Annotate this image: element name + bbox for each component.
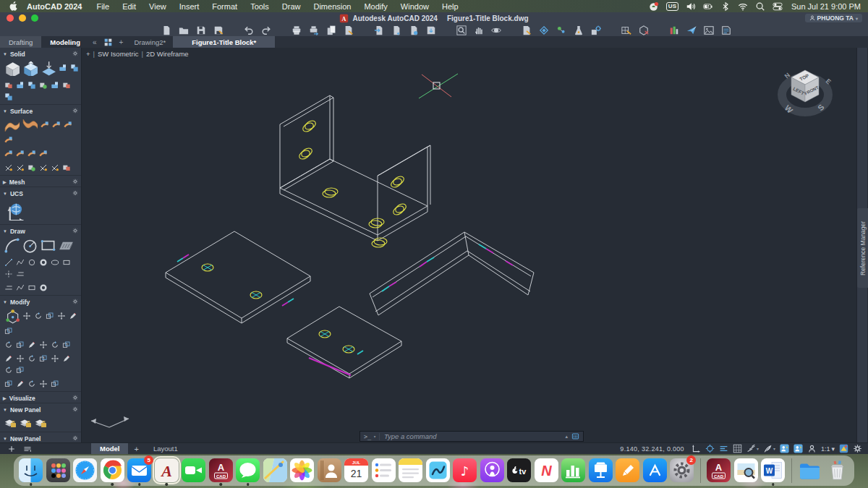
revision-cloud-tool[interactable] [38,283,48,292]
command-input[interactable]: Type a command [380,432,562,440]
pan-button[interactable] [473,25,485,36]
copy-button[interactable] [326,25,337,36]
cv-add-tool[interactable] [61,163,71,172]
menu-item-insert[interactable]: Insert [173,2,206,11]
ucs-world-tool[interactable] [4,200,25,221]
panel-gear-icon[interactable] [72,435,78,442]
menu-item-autocad-2024[interactable]: AutoCAD 2024 [20,2,90,11]
zoom-window-button[interactable] [31,14,38,22]
move-tool[interactable] [56,312,66,321]
bluetooth-icon[interactable] [718,1,733,12]
palette-section-header[interactable]: ▼Modify [0,297,81,307]
collapse-tabs-icon[interactable]: « [89,36,101,48]
dynamic-input-icon[interactable] [719,444,728,453]
cv-hide-tool[interactable] [38,163,48,172]
dock-app-maps[interactable] [263,458,287,484]
annotation-visibility-icon[interactable] [780,444,789,453]
volume-icon[interactable] [683,1,699,12]
fillet-surface-tool[interactable] [4,135,13,145]
minimize-window-button[interactable] [19,14,26,22]
rectangle-2-tool[interactable] [61,257,71,267]
sweep-tool[interactable] [69,64,79,73]
chamfer-tool[interactable] [38,340,48,349]
view-cube[interactable]: N E S W TOP LEFT FRONT [775,61,836,124]
panel-gear-icon[interactable] [72,406,78,414]
object-snap-icon[interactable] [705,444,715,453]
panel-gear-icon[interactable] [72,228,78,235]
workspace-tab-modeling[interactable]: Modeling [41,36,89,48]
ellipse-tool[interactable] [50,257,59,267]
purge-button[interactable] [638,25,650,36]
dock-app-word[interactable]: W [761,458,785,484]
menu-clock[interactable]: Sun Jul 21 9:00 PM [791,2,861,11]
share-button[interactable] [686,25,697,36]
new-drawing-tab-button[interactable]: + [116,36,127,48]
command-history-icon[interactable]: ▴ [561,434,571,440]
menu-item-format[interactable]: Format [205,2,244,11]
circle-2p-tool[interactable] [27,257,36,267]
network-surface-tool[interactable] [4,117,20,133]
cv-show-tool[interactable] [27,163,36,172]
solid-check-tool[interactable] [4,92,13,101]
file-tab[interactable]: Figure1-Title Block* [173,36,275,48]
dock-app-notes[interactable] [399,458,422,484]
polyline-tool[interactable] [15,257,25,267]
presspull-tool[interactable] [40,60,56,76]
dock-app-appstore[interactable] [643,458,667,484]
dock-app-numbers[interactable] [561,458,585,484]
blend-tool[interactable] [40,121,49,130]
palette-section-header[interactable]: ▼Surface [0,106,81,116]
ray-tool[interactable] [4,283,13,292]
battery-icon[interactable] [700,1,716,12]
donut-tool[interactable] [38,257,48,267]
palette-section-header[interactable]: ▶Mesh [0,177,81,187]
menu-item-window[interactable]: Window [394,2,435,11]
dock-app-safari[interactable] [73,458,97,484]
file-tab[interactable]: Drawing2* [127,36,173,48]
move-3d-tool[interactable] [22,312,31,321]
union-tool[interactable] [4,80,13,90]
line-tool[interactable] [4,257,13,267]
markup-button[interactable] [521,25,532,36]
menu-item-help[interactable]: Help [435,2,465,11]
dock-app-music[interactable]: ♪ [453,458,477,484]
custom-tool-2-tool[interactable] [19,416,32,429]
custom-tool-3-tool[interactable] [34,416,47,429]
overkill-tool[interactable] [50,379,59,388]
dock-app-podcasts[interactable] [480,458,504,484]
menu-item-modify[interactable]: Modify [357,2,393,11]
workspace-tab-drafting[interactable]: Drafting [0,36,41,48]
subtract-tool[interactable] [15,80,25,90]
layout-menu-icon[interactable] [23,445,32,453]
new-file-button[interactable] [161,25,172,36]
box-tool[interactable] [4,60,20,76]
extend-tool[interactable] [27,149,36,158]
extrude-tool[interactable] [22,60,38,76]
loft-surface-tool[interactable] [22,117,38,133]
annotation-autoscale-icon[interactable] [793,444,803,453]
erase-tool[interactable] [61,354,71,363]
loft-tool[interactable] [58,64,67,73]
open-button[interactable] [178,25,190,36]
command-customize-icon[interactable] [571,432,583,440]
customization-gear-icon[interactable] [853,444,862,453]
hatch-tool[interactable] [58,237,74,253]
annotation-scale-value[interactable]: 1:1▾ [821,445,835,453]
rectangle-tool[interactable] [40,237,56,253]
isodraft-icon[interactable]: ▾ [746,444,759,453]
panel-gear-icon[interactable] [72,395,78,402]
palette-section-header[interactable]: ▼New Panel [0,434,81,442]
fillet-tool[interactable] [27,340,36,349]
fillet-edge-tool[interactable] [50,80,59,90]
insert-block-button[interactable] [391,25,402,36]
publish-button[interactable] [343,25,354,36]
rotate-3d-tool[interactable] [33,312,43,321]
panel-gear-icon[interactable] [72,179,78,186]
menu-item-tools[interactable]: Tools [244,2,276,11]
properties-button[interactable] [668,25,680,36]
extend-tool[interactable] [15,354,25,363]
export-button[interactable] [425,25,437,36]
model-tab[interactable]: Model [91,443,128,455]
import-button[interactable] [373,25,385,36]
cv-rebuild-tool[interactable] [50,163,59,172]
